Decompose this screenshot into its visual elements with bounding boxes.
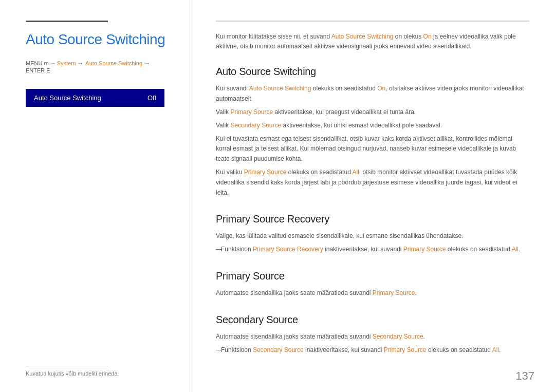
section-body-recovery-note: Funktsioon Primary Source Recovery inakt… [216, 245, 529, 255]
breadcrumb-arrow1: → [78, 60, 83, 66]
breadcrumb-enter: ENTER E [26, 67, 50, 73]
breadcrumb-system[interactable]: System [57, 60, 76, 66]
breadcrumb-menu: MENU m → [26, 60, 56, 66]
top-decorative-line [26, 21, 108, 22]
page-title: Auto Source Switching [26, 31, 174, 48]
divider-1 [216, 201, 529, 213]
page-container: Auto Source Switching MENU m → System → … [0, 0, 555, 392]
section-body-auto-3: Valik Secondary Source aktiveeritakse, k… [216, 121, 529, 131]
section-body-auto-2: Valik Primary Source aktiveeritakse, kui… [216, 107, 529, 118]
section-title-auto-source: Auto Source Switching [216, 66, 529, 78]
section-title-primary-recovery: Primary Source Recovery [216, 213, 529, 225]
section-body-auto-1: Kui suvandi Auto Source Switching olekuk… [216, 84, 529, 104]
section-body-secondary-note: Funktsioon Secondary Source inaktiveerit… [216, 345, 529, 356]
right-panel: Kui monitor lülitatakse sisse nii, et su… [190, 0, 555, 392]
section-body-primary-1: Automaatse sisendallika jaoks saate määr… [216, 288, 529, 298]
divider-2 [216, 258, 529, 270]
menu-box[interactable]: Auto Source Switching Off [26, 89, 164, 107]
divider-3 [216, 302, 529, 314]
section-title-primary-source: Primary Source [216, 270, 529, 282]
top-right-line [216, 21, 529, 22]
intro-text: Kui monitor lülitatakse sisse nii, et su… [216, 32, 529, 51]
breadcrumb: MENU m → System → Auto Source Switching … [26, 60, 174, 73]
section-body-auto-5: Kui valiku Primary Source olekuks on sea… [216, 167, 529, 198]
caption-note: Kuvatud kujutis võib mudeliti erineda. [26, 370, 174, 377]
left-divider [26, 366, 108, 366]
intro-link-auto: Auto Source Switching [331, 33, 394, 40]
section-title-secondary-source: Secondary Source [216, 314, 529, 326]
section-body-auto-4: Kui ei tuvastata esmast ega teisest sise… [216, 134, 529, 164]
intro-on: On [423, 33, 432, 40]
page-number: 137 [515, 369, 534, 383]
breadcrumb-item[interactable]: Auto Source Switching [85, 60, 142, 66]
menu-box-label: Auto Source Switching [34, 94, 101, 102]
section-body-recovery-1: Valige, kas lülitada valitud esmasele si… [216, 231, 529, 241]
left-panel: Auto Source Switching MENU m → System → … [0, 0, 190, 392]
menu-box-value: Off [147, 94, 156, 102]
breadcrumb-arrow2: → [144, 60, 150, 66]
section-body-secondary-1: Automaatse sisendallika jaoks saate määr… [216, 332, 529, 342]
